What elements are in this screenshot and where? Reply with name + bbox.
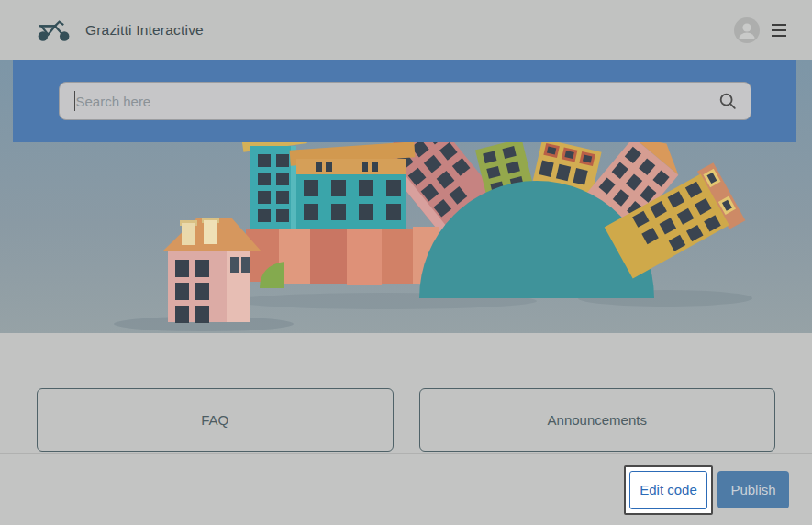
- publish-button[interactable]: Publish: [717, 471, 789, 508]
- nav-card-faq[interactable]: FAQ: [37, 388, 394, 452]
- nav-cards-row: FAQ Announcements: [0, 333, 812, 453]
- search-icon[interactable]: [717, 91, 738, 111]
- edit-code-button[interactable]: Edit code: [629, 471, 707, 509]
- hamburger-menu-icon[interactable]: [772, 20, 786, 40]
- brand: Grazitti Interactive: [35, 17, 204, 43]
- user-avatar-icon[interactable]: [734, 17, 760, 43]
- nav-card-announcements[interactable]: Announcements: [419, 388, 776, 452]
- hero-section: Search here: [0, 60, 812, 333]
- search-placeholder: Search here: [76, 94, 717, 109]
- search-banner: Search here: [13, 60, 796, 142]
- builder-preview-page: Grazitti Interactive: [0, 0, 812, 525]
- site-header: Grazitti Interactive: [0, 0, 812, 60]
- edit-code-focus-ring: Edit code: [624, 465, 713, 515]
- text-caret: [74, 91, 75, 111]
- bicycle-icon: [35, 17, 73, 43]
- builder-action-bar: Edit code Publish: [0, 453, 812, 525]
- search-input[interactable]: Search here: [59, 82, 751, 120]
- header-actions: [734, 17, 786, 43]
- brand-name: Grazitti Interactive: [85, 22, 204, 39]
